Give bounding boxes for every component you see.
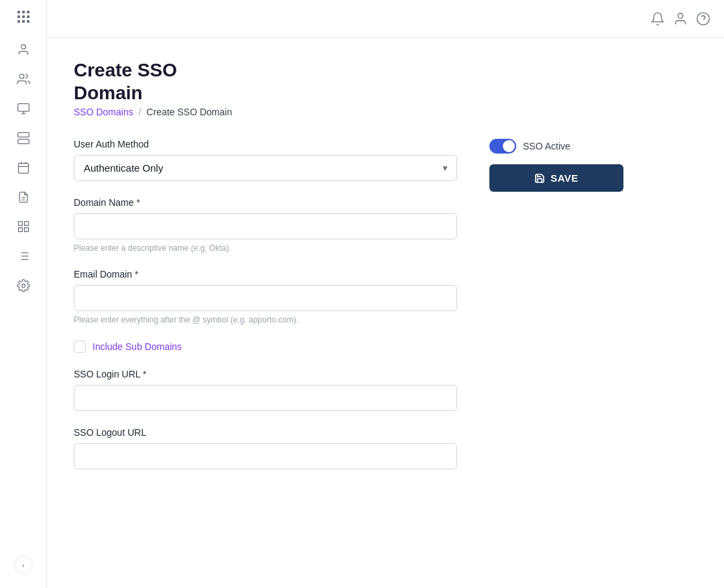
svg-point-26: [678, 13, 682, 17]
sidebar-item-reports[interactable]: [9, 184, 38, 211]
sso-login-url-input[interactable]: [74, 385, 457, 411]
form-side-panel: SSO Active SAVE: [489, 139, 623, 192]
user-auth-method-field: User Auth Method Authenticate Only Provi…: [74, 139, 457, 181]
user-auth-method-select-wrapper: Authenticate Only Provision User Provisi…: [74, 155, 457, 181]
sso-active-toggle-row: SSO Active: [489, 139, 623, 154]
sidebar-item-users[interactable]: [9, 36, 38, 63]
sidebar: ›: [0, 0, 47, 588]
breadcrumb: SSO Domains / Create SSO Domain: [74, 107, 623, 117]
sidebar-item-desktop[interactable]: [9, 95, 38, 122]
sso-logout-url-label: SSO Logout URL: [74, 427, 457, 438]
svg-rect-16: [24, 222, 28, 226]
svg-rect-17: [18, 228, 22, 232]
form-layout: User Auth Method Authenticate Only Provi…: [74, 139, 623, 485]
breadcrumb-separator: /: [139, 107, 141, 117]
save-button[interactable]: SAVE: [489, 164, 623, 192]
email-domain-label: Email Domain *: [74, 269, 457, 280]
sso-login-url-field: SSO Login URL *: [74, 369, 457, 411]
sidebar-collapse-button[interactable]: ›: [14, 556, 33, 575]
sso-login-url-required: *: [143, 369, 146, 379]
include-sub-domains-row: Include Sub Domains: [74, 341, 457, 353]
sidebar-item-groups[interactable]: [9, 66, 38, 93]
sso-active-toggle[interactable]: [489, 139, 516, 154]
user-auth-method-label: User Auth Method: [74, 139, 457, 150]
svg-point-1: [19, 74, 24, 79]
breadcrumb-sso-domains-link[interactable]: SSO Domains: [74, 107, 133, 117]
form-main: User Auth Method Authenticate Only Provi…: [74, 139, 457, 485]
sidebar-item-list[interactable]: [9, 243, 38, 270]
sso-logout-url-field: SSO Logout URL: [74, 427, 457, 469]
breadcrumb-current: Create SSO Domain: [147, 107, 233, 117]
email-domain-hint: Please enter everything after the @ symb…: [74, 315, 457, 325]
svg-rect-18: [24, 228, 28, 232]
domain-name-field: Domain Name * Please enter a descriptive…: [74, 197, 457, 253]
domain-name-required: *: [136, 197, 139, 208]
sidebar-item-settings[interactable]: [9, 272, 38, 299]
include-sub-domains-checkbox[interactable]: [74, 341, 86, 353]
help-icon[interactable]: [696, 11, 711, 26]
page-content: Create SSO Domain SSO Domains / Create S…: [47, 38, 650, 507]
domain-name-label: Domain Name *: [74, 197, 457, 208]
svg-point-25: [21, 284, 25, 288]
topbar: [47, 0, 724, 38]
main-content: Create SSO Domain SSO Domains / Create S…: [47, 0, 724, 588]
apps-grid-icon[interactable]: [17, 11, 29, 23]
svg-rect-5: [17, 133, 29, 137]
save-button-label: SAVE: [550, 172, 579, 184]
svg-point-0: [21, 45, 25, 50]
svg-rect-2: [17, 104, 29, 112]
profile-icon[interactable]: [673, 11, 688, 26]
notification-icon[interactable]: [650, 11, 665, 26]
sso-logout-url-input[interactable]: [74, 443, 457, 469]
email-domain-required: *: [135, 269, 138, 280]
page-title: Create SSO Domain: [74, 59, 623, 104]
domain-name-input[interactable]: [74, 213, 457, 239]
user-auth-method-select[interactable]: Authenticate Only Provision User Provisi…: [74, 155, 457, 181]
svg-point-27: [697, 12, 709, 24]
sso-active-label: SSO Active: [523, 141, 570, 152]
domain-name-hint: Please enter a descriptive name (e.g. Ok…: [74, 243, 457, 253]
email-domain-input[interactable]: [74, 285, 457, 311]
email-domain-field: Email Domain * Please enter everything a…: [74, 269, 457, 325]
sidebar-item-calendar[interactable]: [9, 154, 38, 181]
svg-rect-9: [18, 163, 28, 173]
toggle-knob: [503, 140, 515, 152]
svg-rect-6: [17, 139, 29, 144]
svg-rect-15: [18, 222, 22, 226]
sso-login-url-label: SSO Login URL *: [74, 369, 457, 379]
sidebar-item-grid[interactable]: [9, 213, 38, 240]
sidebar-item-server[interactable]: [9, 125, 38, 152]
include-sub-domains-label[interactable]: Include Sub Domains: [93, 341, 182, 352]
